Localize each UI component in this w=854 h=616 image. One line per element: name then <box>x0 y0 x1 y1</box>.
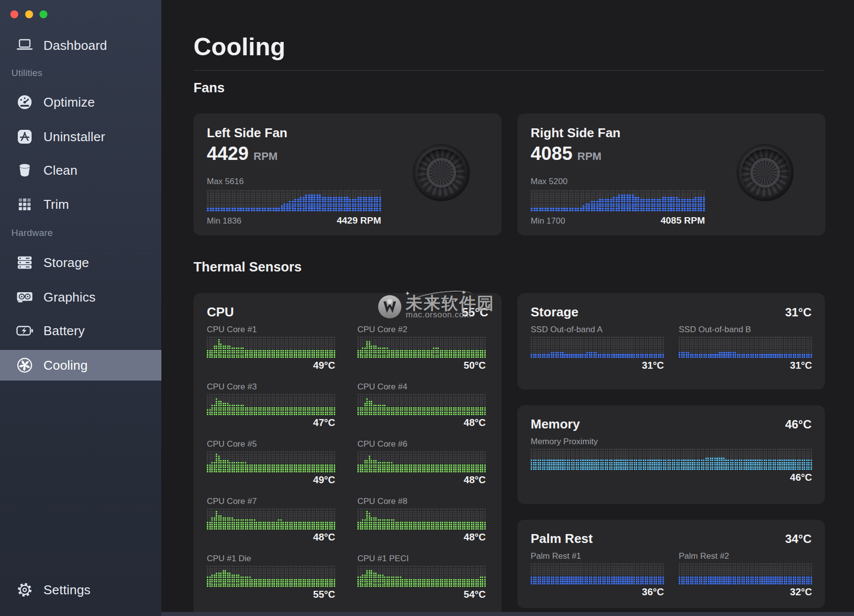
title-divider <box>194 70 825 71</box>
sensor-temp: 48°C <box>207 531 335 543</box>
sidebar-item-label: Graphics <box>43 290 96 305</box>
dot-matrix-chart <box>357 508 486 530</box>
fan-card-right-side-fan: Right Side Fan4085RPMMax 5200Min 1700408… <box>517 114 825 235</box>
thermal-card-memory: Memory46°CMemory Proximity46°C <box>517 405 825 504</box>
sensor-label: CPU Core #6 <box>357 439 486 449</box>
sidebar-item-optimize[interactable]: Optimize <box>0 88 161 116</box>
dot-matrix-chart <box>531 448 812 470</box>
dot-matrix-chart <box>679 563 812 584</box>
traffic-light-close[interactable] <box>10 10 18 18</box>
dot-matrix-chart <box>531 563 664 584</box>
dot-matrix-chart <box>207 190 381 211</box>
gpu-icon <box>15 287 37 307</box>
sensor-cpu-core-6: CPU Core #648°C <box>357 439 486 486</box>
dot-matrix-chart <box>357 336 486 358</box>
thermal-card-palm-rest: Palm Rest34°CPalm Rest #136°CPalm Rest #… <box>517 520 825 608</box>
sensor-label: CPU Core #5 <box>207 439 335 449</box>
thermal-card-title: Palm Rest <box>531 531 593 546</box>
trash-icon <box>15 160 37 180</box>
fan-hub <box>750 158 780 188</box>
sidebar-item-cooling[interactable]: Cooling <box>0 350 161 381</box>
thermal-card-header: Memory46°C <box>517 405 825 432</box>
fan-current-rpm-label: 4085 RPM <box>660 215 705 226</box>
sensor-label: CPU #1 Die <box>207 554 335 564</box>
sidebar-item-graphics[interactable]: Graphics <box>0 283 161 311</box>
fan-min-row: Min 17004085 RPM <box>531 215 705 226</box>
sensor-temp: 55°C <box>207 588 335 600</box>
sensor-temp: 31°C <box>531 359 664 371</box>
sensor-temp: 36°C <box>531 586 664 598</box>
fan-card-left-side-fan: Left Side Fan4429RPMMax 5616Min 18364429… <box>194 114 502 235</box>
sensor-cpu-1-peci: CPU #1 PECI54°C <box>357 554 486 600</box>
fan-card-title: Right Side Fan <box>531 125 812 140</box>
sensor-label: CPU Core #3 <box>207 382 335 392</box>
sensor-cpu-core-4: CPU Core #448°C <box>357 382 486 428</box>
sensor-label: Memory Proximity <box>531 437 812 447</box>
dot-matrix-chart <box>207 451 335 472</box>
sensor-label: Palm Rest #2 <box>679 551 812 561</box>
thermal-card-temp: 46°C <box>785 418 812 431</box>
sidebar-item-label: Trim <box>43 197 69 212</box>
sensor-cpu-core-1: CPU Core #149°C <box>207 325 335 371</box>
thermal-card-temp: 31°C <box>785 306 812 319</box>
sensor-temp: 50°C <box>357 359 486 371</box>
sensor-cpu-core-2: CPU Core #250°C <box>357 325 486 371</box>
sensor-label: SSD Out-of-band B <box>679 325 812 335</box>
gauge-icon <box>15 92 37 112</box>
sensor-label: CPU Core #7 <box>207 497 335 506</box>
gear-icon <box>15 580 37 600</box>
thermal-card-temp: 55°C <box>462 306 488 319</box>
sidebar-item-label: Uninstaller <box>43 129 105 145</box>
traffic-light-zoom[interactable] <box>39 10 47 18</box>
thermal-card-header: Storage31°C <box>517 293 825 320</box>
sensor-cpu-core-7: CPU Core #748°C <box>207 497 335 543</box>
sensor-temp: 46°C <box>531 471 812 483</box>
sidebar-item-label: Dashboard <box>43 38 107 53</box>
fan-rpm-value: 4085 <box>531 143 573 164</box>
fan-current-rpm-label: 4429 RPM <box>337 215 381 226</box>
sidebar-item-clean[interactable]: Clean <box>0 156 161 184</box>
sensor-cpu-core-5: CPU Core #549°C <box>207 439 335 486</box>
sensor-cpu-core-8: CPU Core #848°C <box>357 497 486 543</box>
sidebar-item-label: Clean <box>43 163 78 178</box>
sensor-temp: 49°C <box>207 359 335 371</box>
thermal-card-header: CPU55°C <box>194 293 502 320</box>
fan-rpm-unit: RPM <box>578 150 602 163</box>
sidebar-item-storage[interactable]: Storage <box>0 249 161 276</box>
sensor-palm-rest-1: Palm Rest #136°C <box>531 551 664 598</box>
thermal-card-storage: Storage31°CSSD Out-of-band A31°CSSD Out-… <box>517 293 825 389</box>
sensor-grid: CPU Core #149°CCPU Core #250°CCPU Core #… <box>207 325 488 616</box>
sensor-temp: 54°C <box>357 588 486 600</box>
fans-section-heading: Fans <box>194 80 225 96</box>
sensor-label: CPU #1 PECI <box>357 554 486 564</box>
sidebar-item-label: Optimize <box>43 95 95 110</box>
fan-min-row: Min 18364429 RPM <box>207 215 381 226</box>
thermal-card-title: Storage <box>531 304 579 320</box>
dot-matrix-chart <box>531 336 664 358</box>
fan-wheel-image <box>413 145 469 201</box>
laptop-icon <box>15 36 37 55</box>
sensor-grid: Palm Rest #136°CPalm Rest #232°C <box>531 551 812 598</box>
dot-matrix-chart <box>207 336 335 358</box>
sidebar-item-dashboard[interactable]: Dashboard <box>0 32 161 59</box>
dot-matrix-chart <box>207 393 335 415</box>
dot-matrix-chart <box>357 565 486 587</box>
thermal-card-header: Palm Rest34°C <box>517 520 825 546</box>
sidebar-item-trim[interactable]: Trim <box>0 191 161 218</box>
dot-matrix-chart <box>531 190 705 211</box>
sidebar-item-uninstaller[interactable]: Uninstaller <box>0 123 161 151</box>
sidebar-item-battery[interactable]: Battery <box>0 317 161 345</box>
sensor-label: CPU Core #1 <box>207 325 335 335</box>
sensor-cpu-1-die: CPU #1 Die55°C <box>207 554 335 600</box>
fan-min-label: Min 1836 <box>207 216 241 226</box>
sensor-temp: 48°C <box>357 474 486 486</box>
fan-rpm-unit: RPM <box>254 150 278 163</box>
dot-matrix-chart <box>207 508 335 530</box>
traffic-light-minimize[interactable] <box>25 10 33 18</box>
thermal-card-title: CPU <box>207 304 234 320</box>
sensor-temp: 48°C <box>357 417 486 428</box>
battery-icon <box>15 321 37 341</box>
sensor-label: CPU Core #4 <box>357 382 486 392</box>
sidebar-item-settings[interactable]: Settings <box>0 576 161 604</box>
sensor-temp: 47°C <box>207 417 335 428</box>
